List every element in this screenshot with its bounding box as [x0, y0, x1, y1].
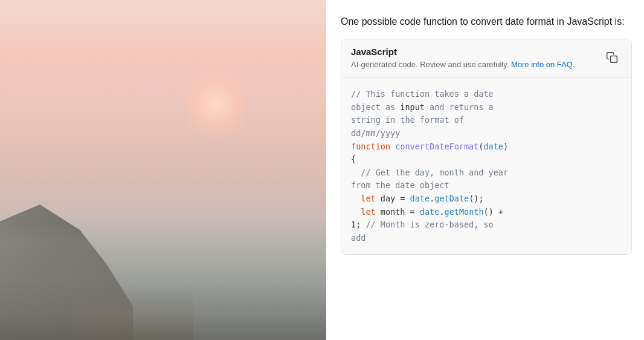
code-card-header: JavaScript AI-generated code. Review and… — [341, 39, 631, 78]
code-disclaimer: AI-generated code. Review and use carefu… — [351, 59, 575, 70]
disclaimer-text: AI-generated code. Review and use carefu… — [351, 60, 509, 69]
code-card-header-left: JavaScript AI-generated code. Review and… — [351, 47, 575, 70]
landscape-panel — [0, 0, 326, 340]
reeds-grass — [72, 292, 193, 340]
land-cliff — [0, 171, 133, 340]
response-panel: One possible code function to convert da… — [326, 0, 644, 340]
code-language: JavaScript — [351, 47, 575, 57]
period: . — [573, 60, 575, 69]
code-block: // This function takes a date object as … — [341, 78, 631, 254]
code-card: JavaScript AI-generated code. Review and… — [341, 39, 632, 255]
copy-button[interactable] — [602, 48, 622, 67]
faq-link[interactable]: More info on FAQ — [511, 60, 573, 69]
water-reflection — [0, 267, 326, 340]
intro-text: One possible code function to convert da… — [341, 15, 632, 29]
code-content: // This function takes a date object as … — [351, 88, 622, 244]
landscape-background — [0, 0, 326, 340]
svg-rect-0 — [611, 56, 617, 63]
